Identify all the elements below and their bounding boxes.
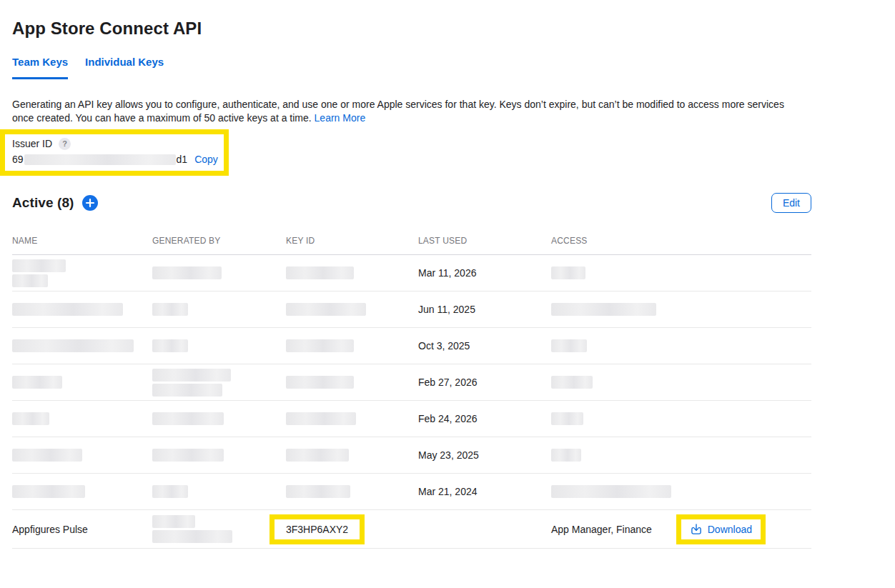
redaction-blob [152,485,188,498]
redaction-blob [286,339,354,352]
key-id-cell [286,339,418,352]
last-used-cell: Mar 11, 2026 [418,267,551,279]
redaction-blob [12,376,62,389]
redacted-generated-by [152,485,188,498]
tab-team-keys[interactable]: Team Keys [12,56,68,79]
redaction-blob [286,303,366,316]
key-id-cell [286,485,418,498]
redaction-blob [152,339,188,352]
generated-by-cell [152,369,286,397]
redaction-blob [286,266,354,279]
redaction-blob [12,485,85,498]
last-used-value: Feb 27, 2026 [418,377,478,388]
last-used-cell: Jun 11, 2025 [418,304,551,315]
redacted-name [12,485,85,498]
redaction-blob [12,303,123,316]
redacted-name [12,449,82,462]
access-cell [551,376,811,389]
issuer-id-prefix: 69 [12,154,24,166]
redacted-generated-by [152,412,224,425]
learn-more-link[interactable]: Learn More [315,112,366,124]
redaction-blob [551,266,585,279]
access-cell [551,339,811,352]
add-key-button[interactable] [82,195,98,211]
help-icon[interactable]: ? [59,138,71,150]
key-id-cell [286,376,418,389]
plus-icon [82,195,98,211]
last-used-value: Mar 21, 2024 [418,486,478,497]
access-cell [551,449,811,462]
redaction-blob [286,376,354,389]
redacted-access [551,303,656,316]
redaction-blob [551,449,581,462]
table-row: Mar 11, 2026 [12,255,811,291]
redaction-blob [551,376,593,389]
redaction-blob [12,259,66,272]
last-used-cell: Mar 21, 2024 [418,486,551,497]
redacted-generated-by [152,339,188,352]
key-id-highlight-box: 3F3HP6AXY2 [270,514,365,544]
last-used-value: Jun 11, 2025 [418,304,475,315]
redacted-name [12,376,62,389]
table-row: May 23, 2025 [12,437,811,474]
redacted-generated-by [152,266,222,279]
redaction-blob [12,274,48,287]
generated-by-cell [152,412,286,425]
redacted-key-id [286,266,354,279]
name-value: Appfigures Pulse [12,524,88,535]
issuer-id-suffix: d1 [177,154,188,166]
redaction-blob [152,530,232,543]
tab-individual-keys[interactable]: Individual Keys [85,56,164,79]
last-used-cell: Feb 27, 2026 [418,377,551,388]
redacted-name [12,259,66,287]
key-id-value: 3F3HP6AXY2 [286,524,348,535]
redacted-key-id [286,376,354,389]
access-cell: App Manager, FinanceDownload [551,514,811,544]
access-cell [551,412,811,425]
edit-button[interactable]: Edit [771,193,811,213]
app-store-connect-api-page: App Store Connect API Team Keys Individu… [0,0,895,549]
redaction-blob [12,339,134,352]
last-used-value: May 23, 2025 [418,449,479,461]
column-header-generated-by: GENERATED BY [152,236,286,246]
redacted-key-id [286,412,356,425]
key-id-cell [286,412,418,425]
redacted-access [551,412,583,425]
table-row: Feb 24, 2026 [12,401,811,437]
keys-table: NAME GENERATED BY KEY ID LAST USED ACCES… [12,233,811,549]
name-cell [12,303,152,316]
download-button[interactable]: Download [690,523,752,536]
column-header-name: NAME [12,236,152,246]
redaction-blob [551,303,656,316]
table-row: Oct 3, 2025 [12,328,811,364]
redacted-access [551,339,587,352]
redacted-name [12,303,123,316]
redacted-name [12,412,49,425]
redacted-generated-by [152,449,224,462]
name-cell: Appfigures Pulse [12,524,152,535]
column-header-key-id: KEY ID [286,236,418,246]
name-cell [12,339,152,352]
active-keys-heading: Active (8) [12,195,74,211]
redaction-blob [152,303,188,316]
copy-button[interactable]: Copy [194,154,218,166]
redaction-blob [152,515,195,528]
redaction-blob [152,266,222,279]
table-row: Appfigures Pulse3F3HP6AXY2App Manager, F… [12,510,811,549]
redacted-generated-by [152,515,232,543]
redacted-key-id [286,339,354,352]
redaction-blob [286,449,349,462]
redaction-blob [551,412,583,425]
download-highlight-box: Download [676,514,766,544]
key-id-cell: 3F3HP6AXY2 [286,514,418,544]
description-body: Generating an API key allows you to conf… [12,99,784,124]
redaction-blob [551,339,587,352]
name-cell [12,412,152,425]
table-row: Mar 21, 2024 [12,474,811,510]
redacted-access [551,266,585,279]
generated-by-cell [152,449,286,462]
generated-by-cell [152,339,286,352]
last-used-cell: Oct 3, 2025 [418,340,551,352]
issuer-highlight-box: Issuer ID ? 69 d1 Copy [0,129,229,176]
table-header-row: NAME GENERATED BY KEY ID LAST USED ACCES… [12,233,811,255]
